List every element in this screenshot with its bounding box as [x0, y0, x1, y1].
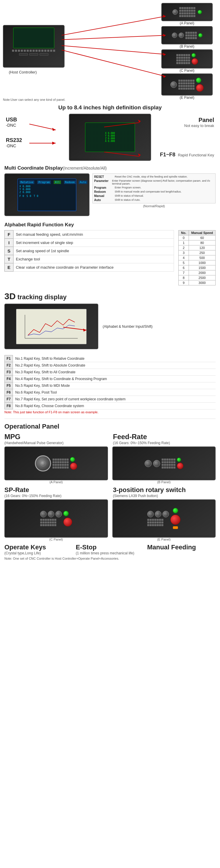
operate-feature: Operate Keys (Crystal type,Long Life) [4, 544, 73, 555]
alpha-desc-cell: Set increment value of single step [13, 239, 174, 247]
alpha-key-cell: S [5, 247, 13, 255]
panel-label-group: Panel Not easy to break [184, 117, 214, 128]
operate-title: Operate Keys [4, 544, 73, 551]
rotary-title: 3-position rotary switch [113, 486, 216, 494]
manual-speed-row: 1 80 [179, 241, 216, 245]
f1f8-key-cell: F4 [5, 376, 13, 382]
f1f8-row: F5 No.5 Rapid Key, Shift to MDI Mode [5, 382, 216, 389]
f1f8-key-cell: F5 [5, 382, 13, 389]
speed-val: 120 [189, 245, 216, 250]
mpg-feature: MPG (Handwheel/Manual Pulse Generator) [4, 433, 107, 445]
alpha-key-table: F Set manual feeding speed, unit:mm/min … [4, 230, 174, 272]
op-panel-e-label: (E Panel) [157, 537, 171, 541]
panel-a-item: (A Panel) [161, 3, 213, 25]
estop-feature: E-Stop (1 million times press mechanical… [76, 544, 144, 555]
f1f8-row: F7 No.7 Rapid Key, Set zero point of cur… [5, 396, 216, 403]
feedrate-title: Feed-Rate [113, 433, 216, 441]
multi-coord-title: Multi Coordinate Display(Increment/Absol… [4, 165, 216, 171]
f1f8-note: Note: This just take function of F1-F8 o… [4, 409, 216, 415]
speed-no: 0 [179, 236, 189, 241]
usb-label: USB [6, 117, 17, 123]
f1f8-row: F4 No.4 Rapid Key, Shift to Coordinate &… [5, 376, 216, 382]
usb-sub: -DNC [6, 123, 17, 128]
alpha-key-cell: F [5, 230, 13, 239]
op-panel-c-label: (C Panel) [49, 537, 63, 541]
speed-no: 4 [179, 255, 189, 260]
sprate-title: SP-Rate [4, 486, 107, 494]
rotary-subtitle: (Siemens LA39 Push button) [113, 494, 216, 498]
mpg-title: MPG [4, 433, 107, 441]
speed-val: 80 [189, 241, 216, 245]
panel-e-label: (E Panel) [161, 96, 213, 100]
rs232-label-group: RS232 -DNC [6, 137, 22, 148]
usb-label-group: USB -DNC [6, 117, 17, 128]
estop-title: E-Stop [76, 544, 144, 551]
op-panel-a-item: (A Panel) [4, 446, 108, 484]
speed-val: 1500 [189, 266, 216, 271]
tracking-display-unit [4, 304, 98, 349]
op-panel-c-item: (C Panel) [4, 499, 108, 541]
speed-val: 60 [189, 236, 216, 241]
manual-title: Manual Feeding [147, 544, 216, 551]
f1f8-row: F2 No.2 Rapid Key, Shift to Absolute Coo… [5, 362, 216, 369]
alpha-desc-cell: Set analog speed of 1st spindle [13, 247, 174, 255]
manual-speed-table-wrapper: No. Manual Speed 0 60 1 80 2 120 3 250 4… [178, 230, 216, 285]
alpha-desc-cell: Set manual feeding speed, unit:mm/min [13, 230, 174, 239]
alpha-desc-cell: Clear value of machine coordinate on Par… [13, 264, 174, 272]
speed-no: 5 [179, 260, 189, 266]
f1f8-desc-cell: No.3 Rapid Key, Shift to All Coordinate [13, 369, 216, 376]
speed-no: 1 [179, 241, 189, 245]
f1f8-desc-cell: No.6 Rapid Key, Posit Tool [13, 389, 216, 396]
f1f8-key-cell: F2 [5, 362, 13, 369]
normal-rapid-box: RESET Reset the CNC mode, stop of the fe… [93, 174, 216, 204]
panel-c-label: (C Panel) [161, 68, 213, 72]
speed-val: 2000 [189, 271, 216, 275]
mpg-subtitle: (Handwheel/Manual Pulse Generator) [4, 441, 107, 445]
f1f8-desc-cell: No.7 Rapid Key, Set zero point of curren… [13, 396, 216, 403]
feedrate-subtitle: (16 Gears: 0%~150% Feeding Rate) [113, 441, 216, 445]
f1f8-key-cell: F8 [5, 403, 13, 409]
manual-speed-row: 7 2000 [179, 271, 216, 275]
rs232-label: RS232 [6, 137, 22, 144]
f1f8-desc-cell: No.5 Rapid Key, Shift to MDI Mode [13, 382, 216, 389]
svg-marker-9 [52, 128, 56, 131]
manual-speed-table: No. Manual Speed 0 60 1 80 2 120 3 250 4… [178, 230, 216, 285]
manual-speed-row: 0 60 [179, 236, 216, 241]
top-note: Note:User can select any one kind of pan… [3, 98, 65, 101]
alpha-key-row: T Exchange tool [5, 255, 174, 264]
alpha-key-row: S Set analog speed of 1st spindle [5, 247, 174, 255]
operate-subtitle: (Crystal type,Long Life) [4, 551, 73, 555]
panel-e-item: (E Panel) [161, 73, 213, 100]
panel-c-item: (C Panel) [161, 50, 213, 72]
svg-marker-11 [52, 142, 56, 145]
tracking-annotation: (Alphabet & Number Input/Shift) [103, 324, 152, 329]
manual-speed-row: 4 500 [179, 255, 216, 260]
alpha-key-row: I Set increment value of single step [5, 239, 174, 247]
f1f8-label: F1~F8 [160, 152, 175, 158]
svg-line-0 [62, 16, 166, 35]
sprate-feature: SP-Rate (16 Gears: 0%~150% Feeding Rate) [4, 486, 107, 498]
f1f8-key-cell: F1 [5, 355, 13, 362]
panel-b-label: (B Panel) [161, 44, 213, 49]
speed-no: 2 [179, 245, 189, 250]
alpha-key-cell: I [5, 239, 13, 247]
final-note: Note: One set of CNC Controller is Host … [4, 557, 216, 560]
sprate-subtitle: (16 Gears: 0%~150% Feeding Rate) [4, 494, 107, 498]
display-section-title: Up to 8.4 inches high definition display [4, 104, 216, 111]
alpha-key-cell: E [5, 264, 13, 272]
op-panel-b-item: (B Panel) [112, 446, 216, 484]
manual-speed-row: 8 2500 [179, 275, 216, 280]
f1f8-row: F8 No.8 Rapid Key, Choose Coordinate sys… [5, 403, 216, 409]
f1f8-desc-cell: No.4 Rapid Key, Shift to Coordinate & Pr… [13, 376, 216, 382]
operational-title: Operational Panel [4, 423, 216, 430]
f1f8-table: F1 No.1 Rapid Key, Shift to Relative Coo… [4, 355, 216, 409]
f1f8-key-cell: F7 [5, 396, 13, 403]
f1f8-desc-cell: No.8 Rapid Key, Choose Coordinate system [13, 403, 216, 409]
panel-b-item: (B Panel) [161, 26, 213, 49]
f1f8-row: F6 No.6 Rapid Key, Posit Tool [5, 389, 216, 396]
speed-val: 500 [189, 255, 216, 260]
alpha-key-cell: T [5, 255, 13, 264]
coord-display-unit: Relative Program All Redoom Auto X 0.000… [4, 174, 89, 216]
rs232-sub: -DNC [6, 144, 22, 148]
main-display-unit: X 0.000 Y 0.000 Z 0.000 A 0.000 [69, 114, 151, 161]
